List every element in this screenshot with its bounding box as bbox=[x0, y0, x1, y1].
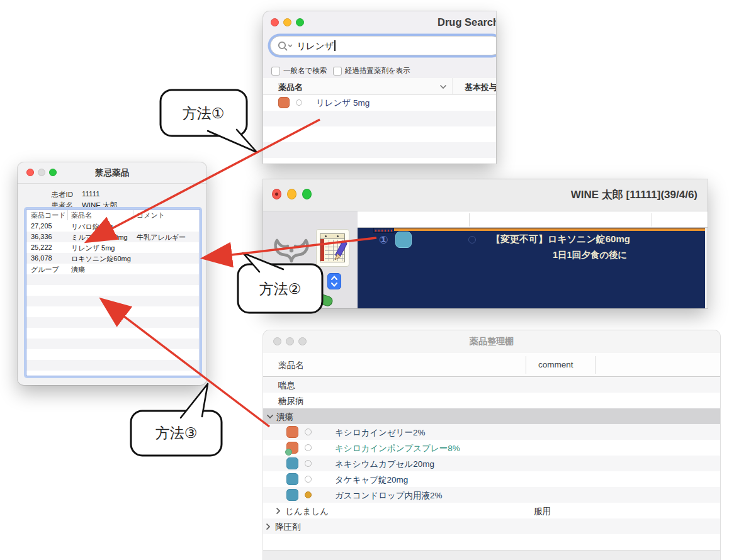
minimize-button[interactable] bbox=[287, 189, 296, 199]
shelf-row-drug[interactable]: キシロカインポンプスプレー8% bbox=[263, 440, 720, 456]
rx-drug-chip-teal[interactable] bbox=[395, 232, 412, 248]
kinki-titlebar[interactable]: 禁忌薬品 bbox=[18, 162, 206, 184]
search-value[interactable]: リレンザ bbox=[296, 40, 334, 52]
cell-name: リレンザ 5mg bbox=[71, 244, 115, 253]
column-divider bbox=[133, 210, 133, 220]
drug-name[interactable]: キシロカインポンプスプレー8% bbox=[335, 443, 460, 454]
shelf-header-row: 薬品名 comment bbox=[263, 353, 720, 377]
empty-row[interactable] bbox=[263, 158, 496, 164]
result-row-relenza[interactable]: リレンザ 5mg bbox=[263, 95, 496, 111]
group-label[interactable]: 喘息 bbox=[278, 380, 295, 391]
shelf-row-drug[interactable]: キシロカインゼリー2% bbox=[263, 424, 720, 440]
close-button[interactable] bbox=[271, 18, 279, 26]
callout-method1: 方法① bbox=[161, 90, 257, 152]
green-status-dot-icon bbox=[285, 449, 292, 456]
row-status-dot-yellow[interactable] bbox=[305, 491, 312, 498]
cell-code: 25,222 bbox=[31, 244, 52, 251]
rx-drug-name[interactable]: ロキソニン錠60mg bbox=[548, 233, 630, 244]
rx-line1[interactable]: 【変更不可】ロキソニン錠60mg bbox=[491, 233, 630, 245]
sort-chevron-down-icon[interactable] bbox=[439, 84, 447, 89]
shelf-row-drug[interactable]: ガスコンドロップ内用液2% bbox=[263, 487, 720, 503]
generic-name-checkbox[interactable] bbox=[271, 67, 280, 76]
window-title: Drug Search bbox=[438, 16, 496, 28]
patient-id-label: 患者ID bbox=[37, 190, 73, 199]
disclosure-open-icon[interactable] bbox=[266, 414, 274, 419]
group-label[interactable]: 糖尿病 bbox=[278, 396, 304, 407]
stepper-control[interactable] bbox=[327, 273, 341, 289]
window-title: 禁忌薬品 bbox=[18, 167, 206, 179]
search-input[interactable]: リレンザ bbox=[270, 36, 496, 55]
drug-search-window: Drug Search リレンザ 一般名で検索 経過措置薬剤を表示 薬品名 bbox=[263, 11, 496, 164]
empty-row[interactable] bbox=[263, 126, 496, 142]
edited-dot-icon bbox=[275, 193, 278, 196]
screenshot-canvas: Drug Search リレンザ 一般名で検索 経過措置薬剤を表示 薬品名 bbox=[0, 0, 734, 560]
group-label[interactable]: じんましん bbox=[285, 506, 329, 517]
shelf-row-group[interactable]: 喘息 bbox=[263, 377, 720, 393]
drug-name[interactable]: ガスコンドロップ内用液2% bbox=[335, 490, 443, 501]
row-radio-button[interactable] bbox=[305, 444, 312, 451]
zoom-button[interactable] bbox=[296, 18, 304, 26]
generic-name-checkbox-label: 一般名で検索 bbox=[283, 66, 327, 76]
calendar-red-column bbox=[320, 239, 324, 261]
calendar-edit-button[interactable] bbox=[316, 229, 349, 267]
group-label[interactable]: 潰瘍 bbox=[276, 412, 293, 423]
table-row[interactable]: 36,078 ロキソニン錠60mg bbox=[26, 253, 199, 264]
cell-name: リバロ錠1mg bbox=[71, 222, 113, 232]
row-radio-button[interactable] bbox=[305, 428, 312, 435]
transitional-drugs-checkbox[interactable] bbox=[333, 67, 342, 76]
column-divider bbox=[595, 356, 596, 374]
row-radio-button[interactable] bbox=[305, 460, 312, 467]
patient-id-value: 11111 bbox=[82, 190, 100, 198]
empty-row[interactable] bbox=[263, 142, 496, 158]
window-title: WINE 太郎 [11111](39/4/6) bbox=[571, 188, 697, 202]
column-header-drug-name[interactable]: 薬品名 bbox=[278, 360, 304, 371]
callout-text: 方法① bbox=[183, 105, 225, 121]
shelf-row-group[interactable]: 降圧剤 bbox=[263, 518, 720, 534]
disclosure-closed-icon[interactable] bbox=[266, 523, 271, 530]
shelf-row-group[interactable]: 糖尿病 bbox=[263, 393, 720, 408]
shelf-row-drug[interactable]: ネキシウムカプセル20mg bbox=[263, 456, 720, 471]
cell-name: ミルマグ錠350mg bbox=[71, 233, 128, 242]
search-icon[interactable] bbox=[277, 40, 293, 52]
row-radio-button[interactable] bbox=[296, 99, 302, 106]
rx-dosage-instruction[interactable]: 1日1回夕食の後に bbox=[553, 249, 627, 261]
rx-radio-button[interactable] bbox=[468, 236, 476, 244]
rx-titlebar[interactable]: WINE 太郎 [11111](39/4/6) bbox=[263, 179, 708, 211]
row-radio-button[interactable] bbox=[305, 476, 312, 483]
column-header-comment[interactable]: comment bbox=[538, 360, 573, 369]
disclosure-closed-icon[interactable] bbox=[276, 507, 281, 515]
bottom-scroll-strip[interactable] bbox=[263, 550, 720, 560]
drug-search-titlebar[interactable]: Drug Search bbox=[263, 11, 496, 34]
kinki-drug-table[interactable]: 薬品コード 薬品名 コメント 27,205 リバロ錠1mg 36,336 ミルマ… bbox=[26, 209, 200, 376]
drug-name[interactable]: ネキシウムカプセル20mg bbox=[335, 459, 434, 470]
empty-row[interactable] bbox=[263, 111, 496, 126]
column-divider bbox=[526, 356, 526, 374]
column-header-drug-name[interactable]: 薬品名 bbox=[278, 82, 303, 93]
mini-tab[interactable] bbox=[373, 228, 394, 233]
table-row[interactable]: 36,336 ミルマグ錠350mg 牛乳アレルギー bbox=[26, 232, 199, 242]
orange-top-bar bbox=[394, 228, 705, 231]
drug-name[interactable]: タケキャブ錠20mg bbox=[335, 474, 408, 486]
column-header-comment: コメント bbox=[137, 211, 165, 220]
empty-striped-rows[interactable] bbox=[26, 274, 199, 375]
zoom-button[interactable] bbox=[302, 189, 312, 199]
green-marker-tool-icon[interactable] bbox=[306, 293, 335, 308]
table-row[interactable]: グループ 潰瘍 bbox=[26, 264, 199, 274]
empty-row[interactable] bbox=[263, 534, 720, 550]
result-drug-name[interactable]: リレンザ 5mg bbox=[316, 98, 370, 109]
minimize-button[interactable] bbox=[283, 18, 291, 26]
drug-type-chip-orange bbox=[286, 426, 298, 438]
group-label[interactable]: 降圧剤 bbox=[275, 522, 301, 533]
table-row[interactable]: 25,222 リレンザ 5mg bbox=[26, 242, 199, 253]
table-row[interactable]: 27,205 リバロ錠1mg bbox=[26, 221, 199, 232]
text-caret bbox=[334, 40, 336, 51]
shelf-row-drug[interactable]: タケキャブ錠20mg bbox=[263, 471, 720, 487]
drug-type-chip-blue bbox=[286, 489, 298, 501]
shelf-row-group[interactable]: じんましん 服用 bbox=[263, 503, 720, 518]
column-header-basic-dose[interactable]: 基本投与 bbox=[465, 82, 496, 93]
shelf-titlebar[interactable]: 薬品整理棚 bbox=[263, 330, 720, 354]
drug-name[interactable]: キシロカインゼリー2% bbox=[335, 427, 426, 439]
calendar-header bbox=[320, 234, 344, 239]
rx-editor-area[interactable]: ① 【変更不可】ロキソニン錠60mg 1 1日1回夕食の後に bbox=[358, 228, 705, 308]
shelf-row-group-selected[interactable]: 潰瘍 bbox=[263, 408, 720, 424]
